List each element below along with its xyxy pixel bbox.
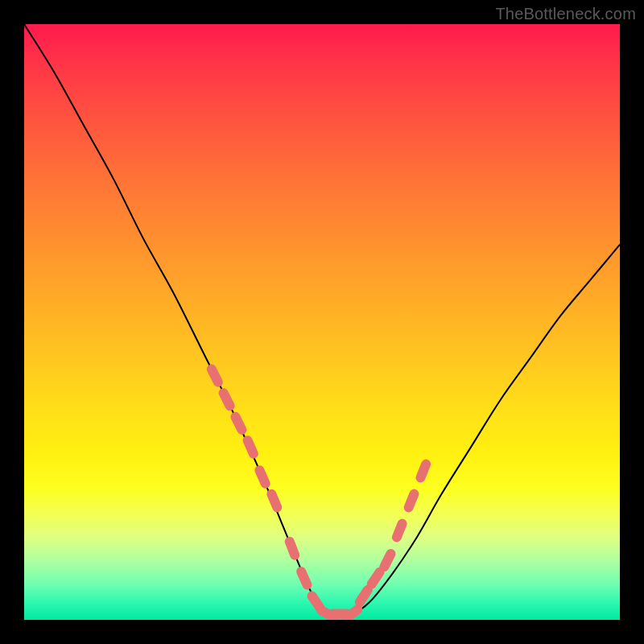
highlight-dots — [212, 369, 426, 618]
highlight-dot — [301, 572, 307, 584]
highlight-dot — [271, 494, 277, 508]
highlight-dot — [212, 369, 218, 382]
highlight-dot — [259, 470, 265, 483]
highlight-dot — [224, 393, 230, 406]
highlight-dot — [372, 572, 380, 584]
curve-svg — [24, 24, 620, 620]
watermark-text: TheBottleneck.com — [495, 5, 636, 23]
highlight-dot — [397, 524, 402, 538]
plot-area — [24, 24, 620, 620]
highlight-dot — [235, 417, 242, 430]
highlight-dot — [312, 596, 320, 608]
highlight-dot — [409, 494, 415, 508]
highlight-dot — [290, 542, 295, 555]
highlight-dot — [420, 464, 426, 478]
bottleneck-curve — [24, 24, 620, 615]
highlight-dot — [248, 440, 254, 453]
chart-frame: TheBottleneck.com — [0, 0, 644, 644]
highlight-dot — [384, 554, 390, 567]
curve-path — [24, 24, 620, 615]
highlight-dot — [360, 590, 368, 602]
